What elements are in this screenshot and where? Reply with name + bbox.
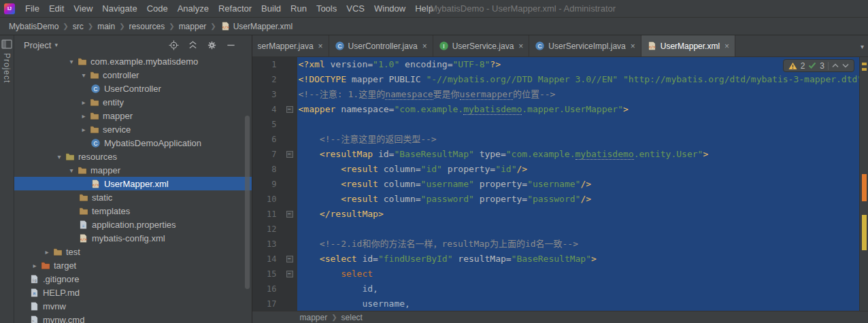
fold-icon[interactable]: − bbox=[286, 256, 293, 262]
tree-item-usercontroller[interactable]: CUserController bbox=[14, 82, 252, 95]
breadcrumb-item-mybatisdemo[interactable]: MybatisDemo bbox=[7, 22, 61, 31]
tree-item-entity[interactable]: ▸entity bbox=[14, 95, 252, 109]
fold-icon[interactable]: − bbox=[286, 271, 293, 277]
locate-icon[interactable] bbox=[169, 39, 180, 50]
tree-item-usermapper-xml[interactable]: </>UserMapper.xml bbox=[14, 177, 252, 190]
menu-window[interactable]: Window bbox=[369, 0, 410, 17]
package-icon bbox=[89, 97, 101, 107]
code-line-16[interactable]: 16 id, bbox=[252, 282, 868, 296]
code-line-5[interactable]: 5 bbox=[252, 117, 868, 132]
editor-breadcrumb-mapper[interactable]: mapper bbox=[300, 313, 328, 322]
close-tab-icon[interactable]: × bbox=[422, 41, 427, 51]
code-line-12[interactable]: 12 bbox=[252, 222, 868, 237]
code-editor[interactable]: 1<?xml version="1.0" encoding="UTF-8"?>2… bbox=[252, 57, 868, 311]
menu-view[interactable]: View bbox=[69, 0, 97, 17]
tree-item-target[interactable]: ▸target bbox=[14, 258, 252, 272]
menu-build[interactable]: Build bbox=[256, 0, 286, 17]
tree-item-templates[interactable]: templates bbox=[14, 204, 252, 218]
code-line-14[interactable]: 14− <select id="findUserById" resultMap=… bbox=[252, 252, 868, 267]
code-line-3[interactable]: 3<!--注意: 1.这里的namespace要是你usermapper的位置-… bbox=[252, 87, 868, 102]
code-line-11[interactable]: 11− </resultMap> bbox=[252, 207, 868, 222]
code-line-10[interactable]: 10 <result column="password" property="p… bbox=[252, 192, 868, 207]
error-stripe[interactable] bbox=[859, 57, 868, 311]
tree-item-mvnw[interactable]: mvnw bbox=[14, 299, 252, 313]
close-tab-icon[interactable]: × bbox=[318, 41, 323, 51]
tree-item-mybatis-config-xml[interactable]: </>mybatis-config.xml bbox=[14, 231, 252, 245]
fold-icon[interactable]: − bbox=[286, 106, 293, 113]
tree-item-controller[interactable]: ▾controller bbox=[14, 68, 252, 82]
code-line-1[interactable]: 1<?xml version="1.0" encoding="UTF-8"?> bbox=[252, 57, 868, 72]
tool-strip-project-label[interactable]: Project bbox=[2, 53, 12, 83]
menu-analyze[interactable]: Analyze bbox=[173, 0, 214, 17]
chevron-collapsed-icon[interactable]: ▸ bbox=[78, 126, 89, 133]
inspections-widget[interactable]: 2 3 bbox=[783, 59, 854, 72]
tree-scrollbar[interactable] bbox=[245, 116, 250, 289]
breadcrumb-item-usermapper-xml[interactable]: </>UserMapper.xml bbox=[218, 21, 295, 31]
code-line-17[interactable]: 17 username, bbox=[252, 296, 868, 311]
xml-icon: </> bbox=[647, 41, 657, 51]
class-icon: C bbox=[90, 84, 103, 94]
editor-tab-usercontroller-java[interactable]: CUserController.java× bbox=[329, 35, 433, 56]
fold-column bbox=[284, 177, 297, 192]
menu-tools[interactable]: Tools bbox=[312, 0, 341, 17]
fold-icon[interactable]: − bbox=[286, 151, 293, 158]
chevron-expanded-icon[interactable]: ▾ bbox=[66, 58, 77, 65]
code-line-9[interactable]: 9 <result column="username" property="us… bbox=[252, 177, 868, 192]
svg-text:</>: </> bbox=[222, 25, 229, 29]
tree-item-com-example-mybatisdemo[interactable]: ▾com.example.mybatisdemo bbox=[14, 54, 252, 68]
project-tool-window-icon[interactable] bbox=[1, 38, 13, 50]
chevron-expanded-icon[interactable]: ▾ bbox=[54, 153, 65, 160]
chevron-collapsed-icon[interactable]: ▸ bbox=[78, 99, 89, 106]
menu-refactor[interactable]: Refactor bbox=[214, 0, 256, 17]
tree-item-mapper[interactable]: ▾mapper bbox=[14, 163, 252, 177]
menu-run[interactable]: Run bbox=[286, 0, 312, 17]
prev-issue-chevron-icon[interactable] bbox=[832, 63, 839, 68]
editor-breadcrumb-select[interactable]: select bbox=[341, 313, 363, 322]
menu-navigate[interactable]: Navigate bbox=[97, 0, 141, 17]
tree-item-service[interactable]: ▸service bbox=[14, 122, 252, 136]
tree-item-mvnw-cmd[interactable]: >_mvnw.cmd bbox=[14, 313, 252, 323]
editor-tab-sermapper-java[interactable]: serMapper.java× bbox=[252, 35, 329, 56]
next-issue-chevron-icon[interactable] bbox=[842, 63, 849, 68]
chevron-expanded-icon[interactable]: ▾ bbox=[78, 71, 89, 79]
breadcrumb-item-resources[interactable]: resources bbox=[127, 22, 167, 31]
breadcrumb-item-mapper[interactable]: mapper bbox=[177, 22, 209, 31]
code-line-15[interactable]: 15− select bbox=[252, 267, 868, 282]
code-line-8[interactable]: 8 <result column="id" property="id"/> bbox=[252, 162, 868, 177]
breadcrumb-item-src[interactable]: src bbox=[71, 22, 86, 31]
close-tab-icon[interactable]: × bbox=[631, 41, 635, 51]
tree-item-application-properties[interactable]: ≡application.properties bbox=[14, 218, 252, 231]
menu-code[interactable]: Code bbox=[142, 0, 173, 17]
project-view-dropdown[interactable]: Project ▾ bbox=[24, 40, 169, 50]
tree-item-gitignore[interactable]: ig.gitignore bbox=[14, 272, 252, 286]
fold-icon[interactable]: − bbox=[286, 211, 293, 218]
chevron-collapsed-icon[interactable]: ▸ bbox=[78, 112, 89, 120]
tree-item-mapper[interactable]: ▸mapper bbox=[14, 109, 252, 122]
chevron-collapsed-icon[interactable]: ▸ bbox=[41, 248, 52, 256]
tree-item-resources[interactable]: ▾resources bbox=[14, 150, 252, 163]
code-line-6[interactable]: 6 <!--注意这里的返回类型--> bbox=[252, 132, 868, 147]
menu-vcs[interactable]: VCS bbox=[341, 0, 369, 17]
tree-item-test[interactable]: ▸test bbox=[14, 245, 252, 258]
chevron-expanded-icon[interactable]: ▾ bbox=[66, 167, 77, 174]
breadcrumb-item-main[interactable]: main bbox=[95, 22, 117, 31]
editor-tab-userserviceimpl-java[interactable]: CUserServiceImpl.java× bbox=[529, 35, 641, 56]
tree-item-mybatisdemoapplication[interactable]: CMybatisDemoApplication bbox=[14, 136, 252, 150]
code-line-2[interactable]: 2<!DOCTYPE mapper PUBLIC "-//mybatis.org… bbox=[252, 72, 868, 87]
hide-icon[interactable] bbox=[226, 39, 237, 50]
menu-file[interactable]: File bbox=[20, 0, 44, 17]
tree-item-help-md[interactable]: MHELP.md bbox=[14, 286, 252, 299]
collapse-all-icon[interactable] bbox=[188, 39, 199, 50]
code-line-13[interactable]: 13 <!--2.id和你的方法名一样，resultMap为上面的id名一致--… bbox=[252, 237, 868, 252]
editor-tab-usermapper-xml[interactable]: </>UserMapper.xml× bbox=[641, 35, 735, 56]
editor-tab-userservice-java[interactable]: IUserService.java× bbox=[433, 35, 530, 56]
chevron-collapsed-icon[interactable]: ▸ bbox=[29, 262, 40, 269]
menu-edit[interactable]: Edit bbox=[44, 0, 69, 17]
tree-item-static[interactable]: static bbox=[14, 190, 252, 204]
code-line-7[interactable]: 7− <resultMap id="BaseResultMap" type="c… bbox=[252, 147, 868, 162]
hidden-tabs-chevron-icon[interactable]: ▾ bbox=[861, 35, 864, 57]
settings-icon[interactable] bbox=[207, 39, 218, 50]
close-tab-icon[interactable]: × bbox=[518, 41, 523, 51]
close-tab-icon[interactable]: × bbox=[724, 41, 729, 51]
code-line-4[interactable]: 4−<mapper namespace="com.example.mybatis… bbox=[252, 102, 868, 117]
